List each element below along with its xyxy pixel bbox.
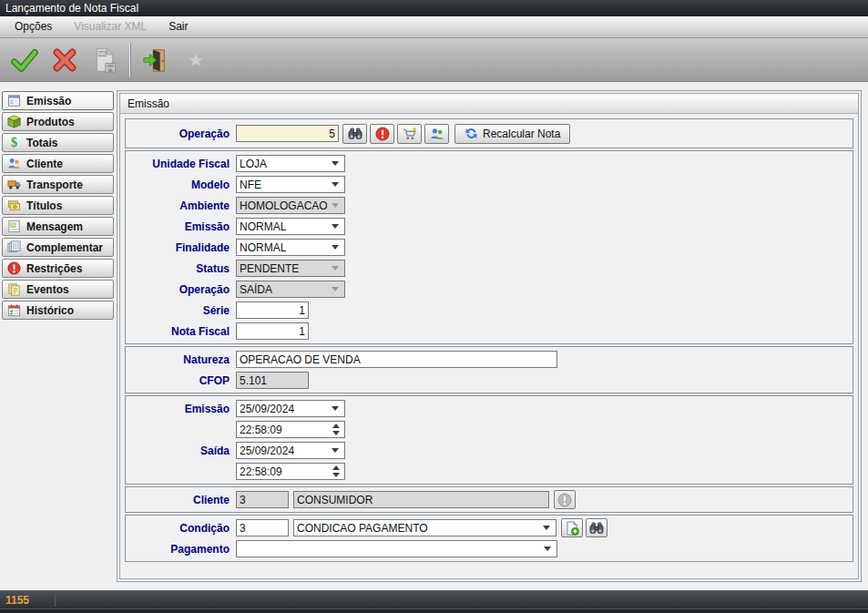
operacao-tipo-label: Operação <box>129 283 231 296</box>
emissao-groupbox: Emissão Operação Recalcular Nota <box>119 93 859 579</box>
clients-button[interactable] <box>424 124 449 144</box>
emissao-date-select[interactable]: 25/09/2024 <box>236 400 345 417</box>
group-caption: Emissão <box>120 94 858 114</box>
sidebar-item-historico[interactable]: Histórico <box>2 301 114 320</box>
cliente-code-input <box>236 491 289 508</box>
modelo-select[interactable]: NFE <box>236 176 345 193</box>
cancel-button[interactable] <box>47 43 82 77</box>
sidebar-item-restricoes[interactable]: Restrições <box>2 259 114 278</box>
sidebar-item-label: Totais <box>26 137 57 149</box>
history-calendar-icon <box>6 303 21 318</box>
sidebar-item-label: Emissão <box>26 95 71 107</box>
saida-date-select[interactable]: 25/09/2024 <box>236 442 345 459</box>
exit-button[interactable] <box>138 43 173 77</box>
status-select: PENDENTE <box>236 260 345 277</box>
recalculate-button[interactable]: Recalcular Nota <box>454 124 570 144</box>
search-condition-button[interactable] <box>586 518 608 537</box>
save-xml-button: XML <box>87 43 122 77</box>
transport-truck-icon <box>6 178 21 192</box>
confirm-button[interactable] <box>7 43 42 77</box>
pagamento-label: Pagamento <box>129 543 231 556</box>
cross-icon <box>51 46 78 74</box>
cart-icon <box>403 127 417 141</box>
binoculars-icon <box>589 521 604 536</box>
new-condition-button[interactable] <box>561 518 583 537</box>
spinner-icon[interactable] <box>332 465 340 477</box>
binoculars-icon <box>348 127 363 141</box>
condicao-label: Condição <box>129 522 231 535</box>
unidade-fiscal-select[interactable]: LOJA <box>236 155 345 172</box>
search-operation-button[interactable] <box>342 124 367 144</box>
nota-fiscal-input[interactable] <box>236 322 309 340</box>
sidebar-item-label: Restrições <box>26 262 82 275</box>
serie-label: Série <box>129 304 231 317</box>
emissao-time-input[interactable]: 22:58:09 <box>236 421 345 438</box>
nota-fiscal-label: Nota Fiscal <box>129 325 231 338</box>
cfop-input <box>236 372 309 389</box>
chevron-down-icon <box>332 203 339 208</box>
section-pagamento: Condição CONDICAO PAGAMENTO <box>125 515 853 562</box>
serie-input[interactable] <box>236 301 309 319</box>
content-area: EmissãoProdutos$TotaisClienteTransporteT… <box>0 82 868 590</box>
finalidade-label: Finalidade <box>129 241 231 254</box>
sidebar-item-cliente[interactable]: Cliente <box>2 154 114 173</box>
operacao-tipo-select: SAÍDA <box>236 281 345 298</box>
chevron-down-icon <box>332 448 339 453</box>
window-title: Lançamento de Nota Fiscal <box>5 2 138 15</box>
cfop-label: CFOP <box>129 374 231 387</box>
window-titlebar: Lançamento de Nota Fiscal <box>0 0 868 16</box>
cliente-label: Cliente <box>129 494 231 506</box>
new-doc-icon <box>565 521 579 536</box>
menu-item-visualizar-xml: Visualizar XML <box>63 16 158 37</box>
svg-text:$: $ <box>10 136 16 149</box>
toolbar-separator <box>129 43 131 77</box>
gray-alert-icon <box>557 493 572 507</box>
sidebar-item-label: Histórico <box>26 304 74 317</box>
restriction-alert-button[interactable] <box>370 124 394 144</box>
client-people-icon <box>6 157 21 171</box>
section-dates: Emissão 25/09/2024 22:58:09 <box>125 395 853 485</box>
chevron-down-icon <box>332 245 339 250</box>
bottom-strip <box>0 608 868 613</box>
sidebar-item-eventos[interactable]: Eventos <box>2 280 114 299</box>
refresh-icon <box>465 127 478 140</box>
modelo-label: Modelo <box>129 179 231 191</box>
sidebar-item-titulos[interactable]: Títulos <box>2 196 114 215</box>
natureza-input[interactable] <box>236 351 557 368</box>
sidebar-item-emissao[interactable]: Emissão <box>2 91 114 110</box>
exit-door-icon <box>142 46 169 74</box>
emissao-date-label: Emissão <box>129 403 231 415</box>
section-operation: Operação Recalcular Nota <box>125 118 853 148</box>
section-main-fields: Unidade Fiscal LOJA Modelo NFE <box>125 150 853 344</box>
condicao-code-input[interactable] <box>236 519 289 536</box>
finalidade-select[interactable]: NORMAL <box>236 239 345 256</box>
totals-dollar-icon: $ <box>6 136 21 150</box>
sidebar-item-label: Títulos <box>26 199 62 212</box>
spinner-icon[interactable] <box>332 424 340 435</box>
emissao-tipo-select[interactable]: NORMAL <box>236 218 345 235</box>
status-separator <box>55 594 56 607</box>
sidebar-item-complementar[interactable]: Complementar <box>2 238 114 257</box>
sidebar-item-transporte[interactable]: Transporte <box>2 175 114 194</box>
recalculate-label: Recalcular Nota <box>483 128 560 140</box>
toolbar: XML <box>0 38 868 82</box>
sidebar-item-produtos[interactable]: Produtos <box>2 112 114 131</box>
saida-date-label: Saída <box>129 444 231 457</box>
xml-file-icon: XML <box>92 47 117 73</box>
menu-bar: OpçõesVisualizar XMLSair <box>0 16 868 38</box>
star-icon <box>188 52 204 68</box>
cart-button[interactable] <box>397 124 422 144</box>
chevron-down-icon <box>332 266 339 271</box>
condicao-select[interactable]: CONDICAO PAGAMENTO <box>293 519 557 536</box>
sidebar-item-label: Transporte <box>26 179 83 191</box>
menu-item-sair[interactable]: Sair <box>158 16 199 37</box>
menu-item-opcoes[interactable]: Opções <box>4 16 63 37</box>
emissao-tipo-label: Emissão <box>129 220 231 233</box>
operation-input[interactable] <box>236 125 339 142</box>
saida-time-input[interactable]: 22:58:09 <box>236 463 345 480</box>
pagamento-select[interactable] <box>236 540 557 557</box>
group-body: Operação Recalcular Nota Unidade Fiscal <box>120 114 858 562</box>
sidebar-item-totais[interactable]: $Totais <box>2 133 114 152</box>
ambiente-label: Ambiente <box>129 199 231 212</box>
sidebar-item-mensagem[interactable]: Mensagem <box>2 217 114 236</box>
